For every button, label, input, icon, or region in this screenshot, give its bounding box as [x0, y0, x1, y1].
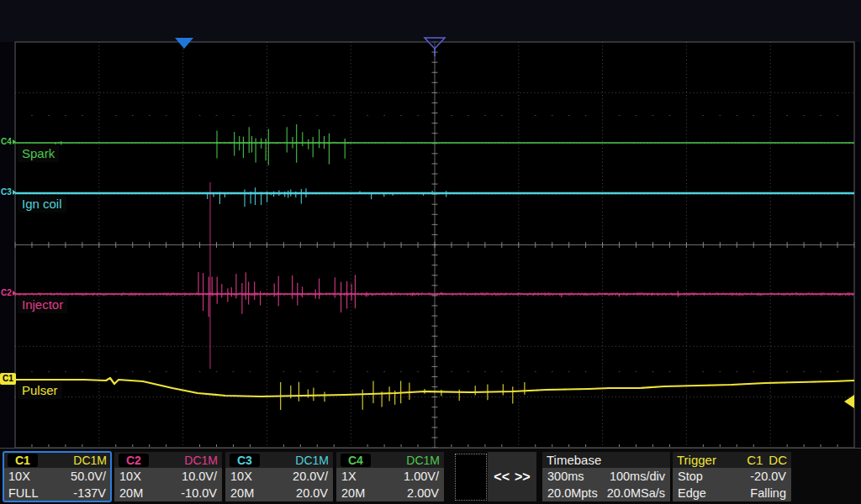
offset-value: -10.0V: [181, 486, 217, 500]
channel-id-chip: C1: [8, 454, 38, 467]
empty-channel-slot: [455, 454, 487, 501]
trigger-mode: Stop: [678, 470, 703, 483]
timebase-title: Timebase: [547, 453, 601, 467]
timebase-box[interactable]: Timebase 300ms 100ms/div 20.0Mpts 20.0MS…: [542, 452, 670, 501]
trigger-delay-reference-marker[interactable]: [423, 37, 448, 60]
trigger-level-value: -20.0V: [750, 470, 786, 483]
coupling-label: DC1M: [295, 454, 329, 467]
channel-id-chip: C4: [341, 454, 371, 467]
channel-offset-text: C2: [1, 288, 12, 298]
channel-id-chip: C3: [230, 454, 260, 467]
channel-box-row: FULL -137V: [3, 485, 111, 501]
channel-box-c2[interactable]: C2 DC1M 10X 10.0V/ 20M -10.0V: [114, 452, 222, 501]
bandwidth-value: 20M: [230, 486, 254, 500]
coupling-label: DC1M: [406, 454, 440, 467]
status-bar: C1 DC1M 10X 50.0V/ FULL -137V C2 DC1M 10…: [0, 448, 861, 504]
probe-value: 10X: [119, 470, 141, 483]
trace-label-pulser: Pulser: [18, 382, 62, 399]
trigger-position-marker[interactable]: [175, 38, 193, 49]
probe-value: 10X: [230, 470, 252, 483]
channel-box-header: C4 DC1M: [336, 452, 444, 468]
probe-value: 10X: [8, 470, 30, 483]
waveform-display: [0, 0, 861, 504]
channel-offset-text: C4: [1, 137, 12, 147]
scale-value: 10.0V/: [182, 470, 217, 483]
trigger-header: Trigger C1 DC: [673, 452, 791, 468]
channel-offset-text: C3: [1, 187, 12, 197]
channel-id-chip: C2: [119, 454, 149, 467]
channel-offset-marker-c3[interactable]: C3: [1, 187, 16, 197]
channel-offset-marker-c2[interactable]: C2: [1, 288, 16, 298]
channel-box-c3[interactable]: C3 DC1M 10X 20.0V/ 20M 20.0V: [225, 452, 333, 501]
timebase-row: 300ms 100ms/div: [542, 468, 670, 485]
offset-value: -137V: [73, 486, 106, 500]
bandwidth-value: 20M: [341, 486, 365, 500]
trigger-type: Edge: [678, 486, 706, 500]
timebase-row: 20.0Mpts 20.0MSa/s: [542, 485, 670, 501]
scale-value: 1.00V/: [404, 470, 439, 483]
channel-offset-marker-c4[interactable]: C4: [1, 137, 16, 147]
channel-box-row: 1X 1.00V/: [336, 468, 444, 485]
trigger-coupling: DC: [769, 453, 787, 467]
channel-box-row: 10X 10.0V/: [114, 468, 222, 485]
scale-value: 20.0V/: [293, 470, 328, 483]
bandwidth-value: FULL: [8, 486, 38, 500]
offset-value: 20.0V: [296, 486, 328, 500]
trigger-source: C1: [747, 453, 763, 467]
trigger-level-marker[interactable]: [844, 395, 854, 408]
trigger-box[interactable]: Trigger C1 DC Stop -20.0V Edge Falling: [673, 452, 791, 501]
channel-box-header: C2 DC1M: [114, 452, 222, 468]
channel-box-row: 20M -10.0V: [114, 485, 222, 501]
trigger-title: Trigger: [677, 453, 716, 467]
channel-offset-marker-c1[interactable]: C1: [0, 373, 16, 385]
trace-label-ign-coil: Ign coil: [18, 196, 66, 213]
channel-box-row: 10X 50.0V/: [3, 468, 111, 485]
offset-value: 2.00V: [407, 486, 439, 500]
channel-offset-text: C1: [3, 374, 13, 384]
channel-box-row: 20M 20.0V: [225, 485, 333, 501]
scroll-right-button[interactable]: >>: [515, 470, 531, 485]
menu-scroll-box: << >>: [488, 452, 536, 501]
scale-value: 50.0V/: [71, 470, 106, 483]
channel-box-c1[interactable]: C1 DC1M 10X 50.0V/ FULL -137V: [3, 452, 111, 501]
trigger-row: Edge Falling: [673, 485, 791, 501]
trace-label-spark: Spark: [18, 145, 59, 162]
right-arrow-icon: [13, 190, 16, 195]
channel-box-header: C3 DC1M: [225, 452, 333, 468]
sample-rate: 20.0MSa/s: [607, 486, 665, 500]
channel-box-row: 10X 20.0V/: [225, 468, 333, 485]
channel-box-header: C1 DC1M: [3, 452, 111, 468]
right-arrow-icon: [13, 291, 16, 296]
trigger-slope: Falling: [750, 486, 786, 500]
channel-box-c4[interactable]: C4 DC1M 1X 1.00V/ 20M 2.00V: [336, 452, 444, 501]
timebase-header: Timebase: [542, 452, 670, 468]
hollow-triangle-icon: [423, 37, 448, 57]
scroll-left-button[interactable]: <<: [494, 470, 510, 485]
oscilloscope-screen: C4 C3 C2 C1 Spark Ign coil Injector Puls…: [0, 0, 861, 504]
timebase-scale: 100ms/div: [610, 470, 665, 483]
coupling-label: DC1M: [184, 454, 218, 467]
coupling-label: DC1M: [73, 454, 107, 467]
timebase-delay: 300ms: [547, 470, 584, 483]
bandwidth-value: 20M: [119, 486, 143, 500]
probe-value: 1X: [341, 470, 357, 483]
memory-depth: 20.0Mpts: [547, 486, 598, 500]
channel-box-row: 20M 2.00V: [336, 485, 444, 501]
trace-label-injector: Injector: [18, 297, 67, 313]
right-arrow-icon: [13, 139, 16, 144]
trigger-row: Stop -20.0V: [673, 468, 791, 485]
